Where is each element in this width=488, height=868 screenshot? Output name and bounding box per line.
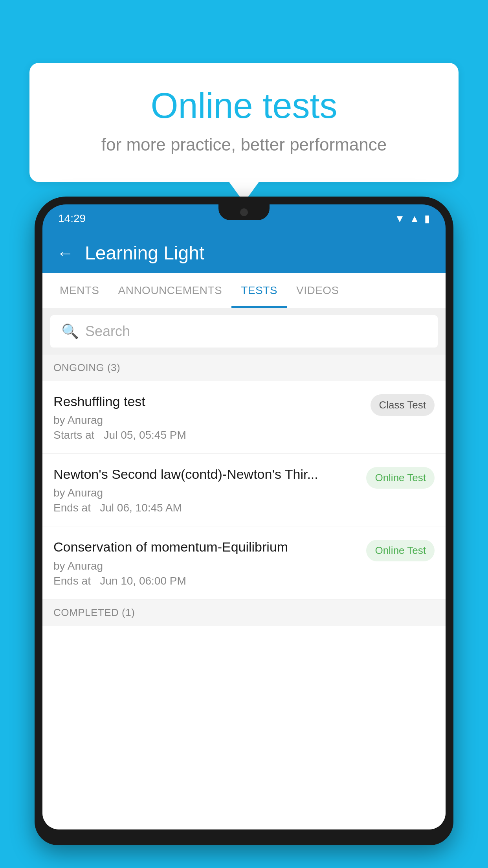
- wifi-icon: ▼: [395, 213, 405, 225]
- test-badge-2: Online Test: [366, 467, 435, 489]
- phone-screen: ← Learning Light MENTS ANNOUNCEMENTS TES…: [42, 233, 446, 829]
- bubble-title: Online tests: [61, 86, 427, 125]
- completed-section-header: COMPLETED (1): [42, 600, 446, 626]
- search-input[interactable]: Search: [85, 323, 130, 340]
- search-bar[interactable]: 🔍 Search: [50, 315, 438, 348]
- phone-body: 14:29 ▼ ▲ ▮ ← Learning Light MENTS ANNOU…: [35, 197, 453, 845]
- tab-bar: MENTS ANNOUNCEMENTS TESTS VIDEOS: [42, 273, 446, 308]
- phone-frame: 14:29 ▼ ▲ ▮ ← Learning Light MENTS ANNOU…: [35, 197, 453, 868]
- test-author-1: by Anurag: [53, 414, 363, 427]
- time-value-1: Jul 05, 05:45 PM: [104, 429, 186, 441]
- test-time-3: Ends at Jun 10, 06:00 PM: [53, 575, 358, 587]
- test-time-1: Starts at Jul 05, 05:45 PM: [53, 429, 363, 441]
- status-icons: ▼ ▲ ▮: [395, 213, 430, 225]
- promo-section: Online tests for more practice, better p…: [29, 63, 459, 182]
- status-time: 14:29: [58, 212, 86, 225]
- test-info-3: Conservation of momentum-Equilibrium by …: [53, 538, 358, 587]
- ongoing-section-header: ONGOING (3): [42, 355, 446, 381]
- camera: [240, 208, 248, 216]
- battery-icon: ▮: [424, 213, 430, 225]
- app-header: ← Learning Light: [42, 233, 446, 273]
- test-item-3[interactable]: Conservation of momentum-Equilibrium by …: [42, 526, 446, 599]
- tab-tests[interactable]: TESTS: [231, 273, 287, 308]
- time-value-3: Jun 10, 06:00 PM: [100, 575, 186, 587]
- tab-ments[interactable]: MENTS: [50, 273, 109, 308]
- app-title: Learning Light: [85, 242, 204, 264]
- test-name-2: Newton's Second law(contd)-Newton's Thir…: [53, 465, 358, 483]
- phone-notch: [218, 204, 270, 220]
- test-info-2: Newton's Second law(contd)-Newton's Thir…: [53, 465, 358, 514]
- bubble-subtitle: for more practice, better performance: [61, 135, 427, 154]
- test-item-1[interactable]: Reshuffling test by Anurag Starts at Jul…: [42, 381, 446, 454]
- test-name-1: Reshuffling test: [53, 393, 363, 410]
- test-time-2: Ends at Jul 06, 10:45 AM: [53, 502, 358, 514]
- test-badge-1: Class Test: [371, 394, 435, 416]
- time-label-3: Ends at: [53, 575, 91, 587]
- test-author-3: by Anurag: [53, 560, 358, 572]
- test-name-3: Conservation of momentum-Equilibrium: [53, 538, 358, 555]
- test-item-2[interactable]: Newton's Second law(contd)-Newton's Thir…: [42, 454, 446, 526]
- test-list: Reshuffling test by Anurag Starts at Jul…: [42, 381, 446, 829]
- speech-bubble: Online tests for more practice, better p…: [29, 63, 459, 182]
- status-bar: 14:29 ▼ ▲ ▮: [42, 204, 446, 233]
- tab-announcements[interactable]: ANNOUNCEMENTS: [109, 273, 232, 308]
- time-label-2: Ends at: [53, 502, 91, 514]
- back-button[interactable]: ←: [57, 245, 74, 262]
- search-container: 🔍 Search: [42, 308, 446, 355]
- time-value-2: Jul 06, 10:45 AM: [100, 502, 182, 514]
- tab-videos[interactable]: VIDEOS: [287, 273, 349, 308]
- signal-icon: ▲: [409, 213, 420, 225]
- test-info-1: Reshuffling test by Anurag Starts at Jul…: [53, 393, 363, 441]
- search-icon: 🔍: [61, 323, 79, 340]
- test-author-2: by Anurag: [53, 487, 358, 499]
- time-label-1: Starts at: [53, 429, 94, 441]
- test-badge-3: Online Test: [366, 540, 435, 561]
